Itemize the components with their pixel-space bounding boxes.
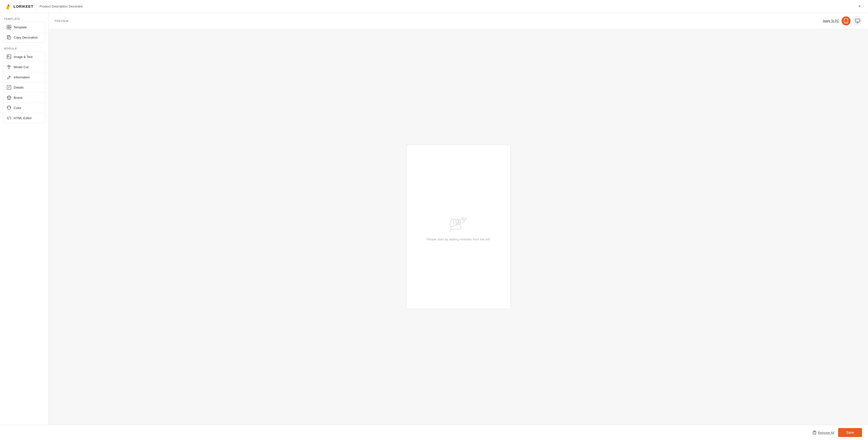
header-subtitle: Product Description Decorator (39, 4, 83, 8)
sidebar-item-html-editor-label: HTML Editor (14, 116, 32, 120)
desktop-icon (855, 19, 860, 23)
sidebar-item-image-text[interactable]: Image & Text (3, 52, 45, 62)
svg-line-34 (450, 229, 452, 232)
preview-box: Please start by adding modules from the … (406, 145, 510, 309)
footer: Remove All Save (0, 425, 868, 440)
sidebar: TEMPLATE Template (0, 13, 49, 425)
svg-point-37 (464, 218, 465, 219)
sidebar-item-model-cut-label: Model Cut (14, 65, 28, 69)
close-button[interactable]: × (856, 3, 863, 10)
svg-line-26 (9, 97, 10, 99)
trash-icon (813, 431, 816, 435)
module-group: Image & Text Model Cut (3, 52, 45, 123)
sidebar-item-information-label: Information (14, 75, 30, 79)
color-icon (7, 105, 11, 110)
sidebar-item-template-label: Template (14, 25, 27, 29)
svg-rect-3 (7, 25, 9, 27)
sidebar-item-copy-decoration-label: Copy Decoration (14, 36, 38, 39)
svg-marker-21 (7, 96, 11, 99)
preview-label: PREVIEW (55, 20, 68, 22)
module-section-label: MODULE (3, 47, 45, 50)
logo-icon (5, 3, 12, 10)
svg-rect-4 (9, 25, 11, 27)
svg-line-28 (8, 117, 9, 120)
preview-header: PREVIEW Apply To PC (49, 13, 868, 29)
pen-icon (7, 75, 11, 80)
preview-controls: Apply To PC (823, 17, 862, 25)
desktop-device-button[interactable] (853, 17, 862, 25)
preview-canvas: Please start by adding modules from the … (49, 29, 868, 425)
sidebar-item-color[interactable]: Color (3, 102, 45, 113)
save-button[interactable]: Save (838, 428, 862, 437)
svg-line-25 (8, 97, 9, 99)
sidebar-item-copy-decoration[interactable]: Copy Decoration (3, 32, 45, 42)
logo-text: LORIKEET (13, 4, 33, 8)
sidebar-item-html-editor[interactable]: HTML Editor (3, 113, 45, 123)
remove-all-button[interactable]: Remove All (813, 431, 834, 435)
apply-to-pc-button[interactable]: Apply To PC (823, 19, 839, 23)
sidebar-item-brand-label: Brand (14, 96, 22, 99)
svg-rect-31 (855, 19, 860, 22)
layout-icon (7, 25, 11, 29)
header-left: LORIKEET Product Description Decorator (5, 3, 83, 10)
remove-all-label: Remove All (818, 431, 834, 435)
file-icon (7, 35, 11, 39)
main: TEMPLATE Template (0, 13, 868, 425)
svg-rect-14 (8, 65, 9, 69)
sidebar-item-color-label: Color (14, 106, 22, 110)
template-group: Template Copy Decoration (3, 22, 45, 42)
empty-state-illustration (447, 213, 469, 233)
image-icon (7, 55, 11, 59)
mobile-device-button[interactable] (842, 17, 850, 25)
template-section-label: TEMPLATE (3, 18, 45, 21)
code-icon (7, 116, 11, 120)
sidebar-item-details-label: Details (14, 86, 24, 89)
logo: LORIKEET (5, 3, 33, 10)
template-section: TEMPLATE Template (3, 18, 45, 42)
empty-state: Please start by adding modules from the … (427, 213, 490, 241)
diamond-icon (7, 95, 11, 100)
sidebar-item-image-text-label: Image & Text (14, 55, 33, 59)
svg-point-36 (462, 218, 466, 221)
sidebar-item-details[interactable]: Details (3, 82, 45, 92)
sidebar-item-information[interactable]: Information (3, 72, 45, 82)
svg-rect-38 (813, 432, 816, 434)
svg-point-13 (8, 56, 8, 56)
svg-rect-5 (7, 27, 9, 29)
mobile-icon (844, 19, 848, 23)
svg-line-16 (9, 76, 10, 77)
details-icon (7, 85, 11, 90)
sidebar-item-template[interactable]: Template (3, 22, 45, 32)
empty-state-text: Please start by adding modules from the … (427, 238, 490, 241)
header-divider (36, 4, 37, 9)
sidebar-item-brand[interactable]: Brand (3, 92, 45, 102)
module-section: MODULE Image & Text (3, 47, 45, 123)
svg-rect-6 (9, 27, 11, 29)
sidebar-item-model-cut[interactable]: Model Cut (3, 62, 45, 72)
scissors-icon (7, 65, 11, 69)
svg-rect-15 (7, 66, 11, 66)
content: PREVIEW Apply To PC (49, 13, 868, 425)
header: LORIKEET Product Description Decorator × (0, 0, 868, 13)
